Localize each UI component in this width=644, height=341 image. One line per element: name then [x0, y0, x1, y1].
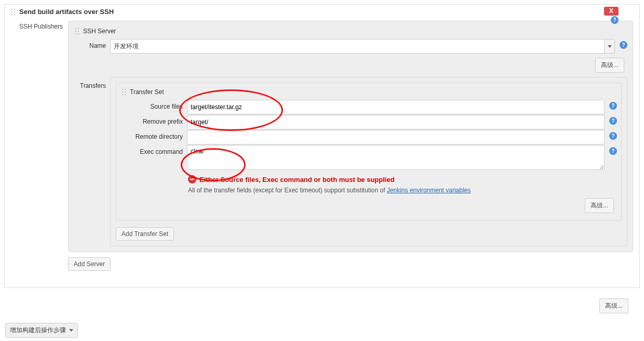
remote-directory-label: Remote directory — [120, 130, 187, 140]
exec-command-label: Exec command — [120, 145, 187, 155]
help-icon[interactable]: ? — [620, 41, 627, 49]
remove-prefix-input[interactable] — [187, 115, 605, 129]
help-icon[interactable]: ? — [609, 147, 617, 155]
transfer-set-panel: Transfer Set Source files ? — [116, 83, 622, 221]
help-icon[interactable]: ? — [609, 117, 617, 125]
transfers-panel: Transfer Set Source files ? — [110, 77, 627, 246]
validation-error: Either Source files, Exec command or bot… — [188, 175, 617, 183]
chevron-down-icon — [604, 40, 614, 53]
help-icon[interactable]: ? — [609, 132, 617, 140]
ssh-server-advanced-button[interactable]: 高级... — [595, 58, 624, 73]
transfer-set-advanced-button[interactable]: 高级... — [585, 198, 614, 213]
add-server-button[interactable]: Add Server — [68, 257, 111, 271]
source-files-label: Source files — [120, 100, 187, 110]
ssh-publishers-panel: SSH Server Name 开发环境 ? 高级... — [68, 21, 633, 252]
section-advanced-button[interactable]: 高级... — [599, 298, 628, 313]
name-label: Name — [74, 39, 110, 49]
drag-handle-icon[interactable] — [75, 28, 80, 35]
chevron-down-icon — [69, 329, 73, 332]
error-icon — [188, 175, 196, 183]
drag-handle-icon[interactable] — [122, 88, 127, 96]
server-name-select[interactable]: 开发环境 — [110, 39, 615, 54]
exec-command-input[interactable] — [187, 145, 605, 170]
build-step-section: X ? Send build artifacts over SSH SSH Pu… — [4, 4, 640, 288]
remove-prefix-label: Remove prefix — [120, 115, 187, 125]
env-variables-link[interactable]: Jenkins environment variables — [387, 187, 471, 194]
section-title: Send build artifacts over SSH — [19, 8, 114, 16]
add-transfer-set-button[interactable]: Add Transfer Set — [116, 227, 174, 241]
transfer-set-header: Transfer Set — [120, 87, 617, 100]
error-message-text: Either Source files, Exec command or bot… — [199, 176, 395, 183]
info-text: All of the transfer fields (except for E… — [188, 187, 617, 194]
remote-directory-input[interactable] — [187, 130, 605, 145]
ssh-publishers-label: SSH Publishers — [11, 21, 68, 30]
add-post-build-action-button[interactable]: 增加构建后操作步骤 — [5, 323, 78, 338]
help-icon[interactable]: ? — [609, 102, 617, 110]
transfers-label: Transfers — [74, 77, 110, 89]
drag-handle-icon[interactable] — [11, 8, 16, 16]
server-name-value: 开发环境 — [114, 42, 139, 51]
ssh-server-header: SSH Server — [74, 27, 627, 39]
help-icon[interactable]: ? — [611, 16, 619, 24]
delete-step-button[interactable]: X — [604, 7, 619, 16]
section-header: Send build artifacts over SSH — [5, 5, 639, 19]
source-files-input[interactable] — [187, 100, 605, 114]
